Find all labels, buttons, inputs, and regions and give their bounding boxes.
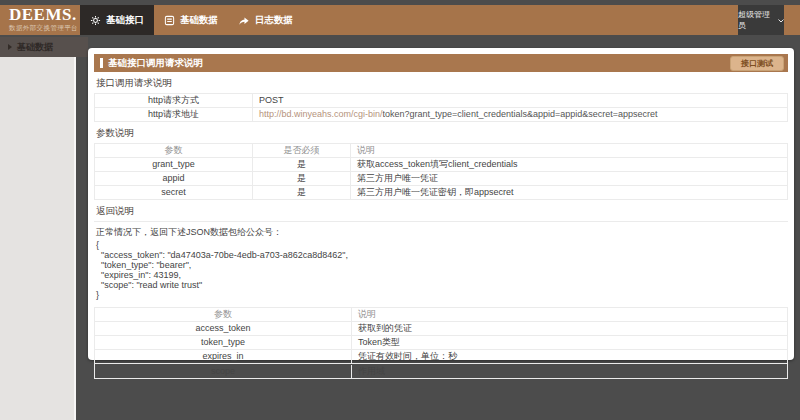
table-cell: http请求地址 [95, 108, 252, 121]
table-cell: 获取到的凭证 [351, 322, 787, 335]
table-row: secret是第三方用户唯一凭证密钥，即appsecret [95, 186, 787, 199]
table-header-row: 参数说明 [95, 308, 787, 322]
table-row: http请求方式 POST [95, 94, 787, 108]
params-table: 参数是否必须说明grant_type是获取access_token填写clien… [94, 144, 788, 200]
table-row: grant_type是获取access_token填写client_creden… [95, 158, 787, 172]
table-cell: POST [252, 94, 787, 107]
table-cell: secret [95, 186, 252, 199]
top-navbar: DEEMS. 数据外部交换管理平台 基础接口 基础数据 日志数据 超级管理员 [0, 5, 800, 35]
card-content: 接口调用请求说明 http请求方式 POST http请求地址 http://b… [88, 72, 794, 379]
table-cell: 获取access_token填写client_credentials [350, 158, 787, 171]
table-cell: grant_type [95, 158, 252, 171]
table-cell: 作用域 [351, 365, 787, 378]
request-table: http请求方式 POST http请求地址 http://bd.winyeah… [94, 94, 788, 122]
table-row: appid是第三方用户唯一凭证 [95, 172, 787, 186]
table-row: expires_in凭证有效时间，单位：秒 [95, 350, 787, 364]
user-menu[interactable]: 超级管理员 [738, 5, 784, 35]
column-header: 参数 [95, 308, 351, 321]
share-icon [238, 15, 250, 26]
sidebar-item-label: 基础数据 [17, 41, 53, 54]
table-cell: Token类型 [351, 336, 787, 349]
section-label-params: 参数说明 [94, 122, 788, 144]
tab-label: 基础数据 [180, 14, 218, 27]
table-row: http请求地址 http://bd.winyeahs.com/cgi-bin/… [95, 108, 787, 121]
section-label-request: 接口调用请求说明 [94, 72, 788, 94]
sidebar-panel [0, 57, 76, 420]
table-cell: token_type [95, 336, 351, 349]
page-title: 基础接口调用请求说明 [108, 57, 730, 70]
return-params-table: 参数说明access_token获取到的凭证token_typeToken类型e… [94, 307, 788, 379]
database-icon [164, 15, 175, 26]
triangle-right-icon [8, 44, 12, 50]
request-url: http://bd.winyeahs.com/cgi-bin/token?gra… [252, 108, 787, 121]
table-cell: 是 [252, 186, 350, 199]
table-cell: 是 [252, 172, 350, 185]
table-cell: 凭证有效时间，单位：秒 [351, 350, 787, 363]
tab-basic-interface[interactable]: 基础接口 [80, 5, 154, 35]
table-cell: http请求方式 [95, 94, 252, 107]
table-cell: scope [95, 365, 351, 378]
brand-name: DEEMS. [9, 6, 81, 24]
column-header: 参数 [95, 144, 252, 157]
user-label: 超级管理员 [738, 9, 776, 31]
table-cell: 第三方用户唯一凭证 [350, 172, 787, 185]
table-header-row: 参数是否必须说明 [95, 144, 787, 158]
column-header: 是否必须 [252, 144, 350, 157]
tab-label: 日志数据 [255, 14, 293, 27]
table-cell: 是 [252, 158, 350, 171]
card-header: 基础接口调用请求说明 接口测试 [94, 54, 788, 72]
interface-test-button[interactable]: 接口测试 [730, 56, 784, 71]
column-header: 说明 [351, 308, 787, 321]
return-intro: 正常情况下，返回下述JSON数据包给公众号： [94, 222, 788, 239]
url-rest: token?grant_type=client_credentials&appi… [383, 109, 658, 119]
main-card: 基础接口调用请求说明 接口测试 接口调用请求说明 http请求方式 POST h… [88, 48, 794, 360]
brand-logo: DEEMS. 数据外部交换管理平台 [9, 6, 81, 33]
gear-icon [90, 15, 101, 26]
table-row: scope作用域 [95, 364, 787, 378]
chevron-down-icon [778, 16, 784, 25]
tab-log-data[interactable]: 日志数据 [228, 5, 303, 35]
table-row: token_typeToken类型 [95, 336, 787, 350]
json-response-example: { "access_token": "da47403a-70be-4edb-a7… [94, 239, 788, 304]
table-cell: appid [95, 172, 252, 185]
sidebar-item-basic-data[interactable]: 基础数据 [0, 37, 88, 57]
nav-tabs: 基础接口 基础数据 日志数据 [80, 5, 303, 35]
tab-label: 基础接口 [106, 14, 144, 27]
table-row: access_token获取到的凭证 [95, 322, 787, 336]
table-cell: 第三方用户唯一凭证密钥，即appsecret [350, 186, 787, 199]
table-cell: expires_in [95, 350, 351, 363]
header-marker [100, 58, 103, 68]
brand-subtitle: 数据外部交换管理平台 [9, 24, 81, 33]
section-label-return: 返回说明 [94, 200, 788, 222]
column-header: 说明 [350, 144, 787, 157]
tab-basic-data[interactable]: 基础数据 [154, 5, 228, 35]
url-prefix: http://bd.winyeahs.com/cgi-bin/ [259, 109, 383, 119]
table-cell: access_token [95, 322, 351, 335]
